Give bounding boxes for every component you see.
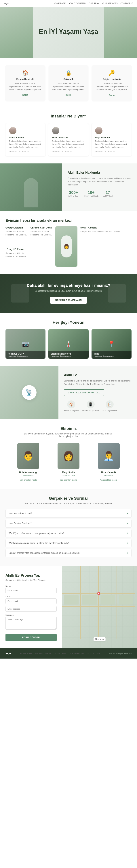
stat-label-1: YILLIK TECRÜBE (84, 195, 98, 197)
feature-card-0: 🏠 Erişim Kontrolü Duis aute irure dolor … (5, 65, 45, 101)
manage-card-title-1: Sıcaklık Kontrolörü (51, 352, 86, 355)
nav-logo: logo (4, 2, 9, 5)
map-placeholder: New York (62, 566, 137, 648)
smart-icon-label-2: Akıllı uygulamalar (102, 409, 117, 411)
testimonial-0: Stella Larsen Proin sed diam lorem amet … (5, 123, 45, 156)
nav-home[interactable]: HOME PAGE (53, 2, 65, 4)
navigation: logo HOME PAGE ABOUT COMPANY OUR TEAM OU… (0, 0, 137, 7)
faq-question-1[interactable]: How Do Your Services? + (6, 519, 131, 527)
feature-desc-1: Duis aute irure dolor in reprehenderit i… (52, 82, 85, 91)
form-input-address[interactable] (5, 606, 57, 612)
svg-point-11 (98, 593, 99, 594)
footer-link-2[interactable]: OUR TEAM (55, 652, 66, 654)
footer-link-0[interactable]: HOME PAGE (20, 652, 32, 654)
faq-question-text-4: Nunc et orbitale vitae donec longeur fac… (9, 552, 80, 554)
faq-question-4[interactable]: Nunc et orbitale vitae donec longeur fac… (6, 549, 131, 557)
stat-2: 17 UZMANLAR (103, 190, 113, 197)
smart-home-image: 📡 (0, 366, 58, 419)
faq-question-3[interactable]: What obstacles could come up along the w… (6, 539, 131, 547)
about-stats: 300+ MÜŞTERILER 10+ YILLIK TECRÜBE 17 UZ… (67, 190, 132, 197)
smart-home-button[interactable]: DAHA FAZLASINI GÖRÜNTÜLE (64, 390, 104, 396)
team-section: Ekibimiz Ekini ve mükemmellik düşünür, ö… (0, 419, 137, 489)
faq-question-2[interactable]: What Types of customers have you already… (6, 529, 131, 537)
team-link-0[interactable]: Yarı profilleri İncele (20, 479, 37, 481)
stat-label-2: UZMANLAR (103, 195, 113, 197)
cta-button[interactable]: ÜCRETSİZ TANIMI ALIN (50, 297, 87, 304)
form-input-message[interactable] (5, 617, 57, 630)
form-input-email[interactable] (5, 598, 57, 604)
manage-card-2: 📍 Takip Lorem sed diam nonumy (92, 329, 132, 359)
manage-card-label-1: Sıcaklık Kontrolörü Lorem sed diam nonum… (48, 351, 88, 359)
screen-image-inner: 👩 (55, 226, 78, 267)
testimonial-text-2: Proin sed diam lorem amet faucibus turpi… (95, 140, 128, 149)
svg-rect-8 (100, 595, 115, 604)
form-label-email: Email (5, 595, 57, 598)
map-city-label: New York (94, 637, 105, 641)
cta-decoration-right (108, 284, 126, 303)
project-form-subtitle: Sample text. Click to select the Text El… (5, 579, 57, 581)
faq-question-text-0: How much does it cost? (9, 512, 32, 515)
footer: logo HOME PAGE ABOUT COMPANY OUR TEAM OU… (0, 648, 137, 658)
footer-link-1[interactable]: ABOUT COMPANY (35, 652, 53, 654)
testimonial-text-1: Proin sed diam lorem amet faucibus turpi… (52, 140, 85, 149)
faq-title: Gerçekler ve Sorular (5, 496, 132, 501)
testimonial-date-0: TEMMUZ, HAZIRAN 2021 (9, 150, 42, 152)
chevron-down-icon-3: + (127, 541, 128, 545)
testimonial-name-1: Nick Johnson (52, 136, 85, 139)
smart-icon-1: 📱 Mobil cihaz yönetimi (82, 400, 99, 411)
form-submit-button[interactable]: FORM GÖNDER (5, 634, 57, 641)
smart-icon-2: 📋 Akıllı uygulamalar (102, 400, 117, 411)
about-img-inner (0, 163, 62, 211)
manage-card-desc-1: Lorem sed diam nonumy (51, 355, 86, 357)
nav-about[interactable]: ABOUT COMPANY (68, 2, 86, 4)
svg-rect-7 (82, 595, 97, 604)
faq-question-text-2: What Types of customers have you already… (9, 532, 64, 534)
form-label-name: Name (5, 585, 57, 587)
hero-img-placeholder-right (104, 7, 137, 58)
feature-link-2[interactable]: DAHA (109, 94, 115, 96)
feature-link-0[interactable]: DAHA (22, 94, 28, 96)
screen-item-title-1: Chrome Cast Dahili (31, 226, 53, 229)
team-title: Ekibimiz (5, 426, 132, 431)
faq-question-text-1: How Do Your Services? (9, 522, 32, 525)
faq-item-3: What obstacles could come up along the w… (5, 539, 132, 547)
faq-question-0[interactable]: How much does it cost? + (6, 509, 131, 518)
testimonial-date-1: TEMMUZ, HAZIRAN 2021 (52, 150, 85, 152)
cta-section: Daha akıllı bir ev inşa etmeye hazır mıs… (0, 274, 137, 313)
smart-icon-circle-1: 📱 (87, 400, 95, 408)
footer-link-3[interactable]: OUR SERVICES (69, 652, 84, 654)
smart-icon-label-0: Kablosuz Bağlantı (64, 409, 79, 411)
manage-card-desc-2: Lorem sed diam nonumy (94, 355, 129, 357)
nav-team[interactable]: OUR TEAM (89, 2, 99, 4)
testimonials-title: İnsanlar Ne Diyor? (0, 108, 137, 120)
nav-contact[interactable]: CONTACT US (121, 2, 134, 4)
team-card-0: 👨 Bob Kahverengi Lorem Usta Yarı profill… (10, 443, 47, 482)
manage-card-1: 🌡️ Sıcaklık Kontrolörü Lorem sed diam no… (48, 329, 88, 359)
faq-section: Gerçekler ve Sorular Sample text. Click … (0, 489, 137, 566)
screen-item-0: Google Asistan Sample text. Click to sel… (5, 226, 28, 236)
smart-icon-circle-2: 📋 (105, 400, 113, 408)
about-section: Akıllı Evler Hakkında Consectetur adipis… (0, 163, 137, 211)
footer-link-4[interactable]: CONTACT US (87, 652, 100, 654)
nav-links: HOME PAGE ABOUT COMPANY OUR TEAM OUR SER… (53, 2, 133, 4)
stat-label-0: MÜŞTERILER (67, 195, 79, 197)
stat-num-1: 10+ (84, 190, 98, 195)
team-card-1: 👩 Mary Smith Yardımcı Usta Yarı profille… (50, 443, 87, 482)
screen-center-title: Evinizin hepsi bir arada ekran merkezi (5, 218, 132, 223)
stat-0: 300+ MÜŞTERILER (67, 190, 79, 197)
hero-image-right (104, 7, 137, 58)
team-role-1: Yardımcı Usta (50, 474, 87, 476)
about-title: Akıllı Evler Hakkında (67, 171, 132, 175)
faq-question-text-3: What obstacles could come up along the w… (9, 542, 69, 545)
feature-icon-0: 🏠 (9, 70, 41, 76)
manage-card-title-2: Takip (94, 352, 129, 355)
nav-services[interactable]: OUR SERVICES (102, 2, 118, 4)
team-link-2[interactable]: Yarı profilleri İncele (100, 479, 117, 481)
testimonial-avatar-2 (95, 127, 102, 134)
form-input-name[interactable] (5, 588, 57, 593)
team-link-1[interactable]: Yarı profilleri İncele (60, 479, 77, 481)
testimonials-section: Stella Larsen Proin sed diam lorem amet … (0, 120, 137, 164)
screen-item-desc-1: Sample text. Click to select the Text El… (31, 230, 53, 236)
team-name-0: Bob Kahverengi (10, 471, 47, 474)
feature-link-1[interactable]: DAHA (65, 94, 72, 96)
